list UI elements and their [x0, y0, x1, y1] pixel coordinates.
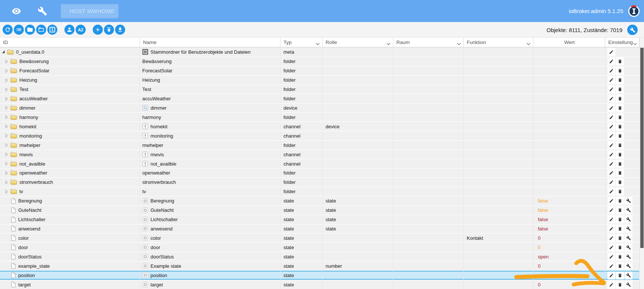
- edit-object-button[interactable]: [607, 178, 615, 186]
- state-value[interactable]: 0: [533, 245, 540, 250]
- custom-settings-button[interactable]: [625, 206, 632, 214]
- delete-object-button[interactable]: [616, 132, 624, 140]
- state-value[interactable]: false: [533, 217, 548, 222]
- column-header-actions[interactable]: Einstellung: [605, 38, 640, 47]
- tree-row[interactable]: TestTestfolder: [0, 85, 640, 94]
- edit-object-button[interactable]: [607, 85, 615, 93]
- custom-settings-button[interactable]: [625, 262, 632, 270]
- tree-row[interactable]: example_stateExample statestatenumber0: [0, 261, 640, 270]
- expand-arrow-icon[interactable]: [5, 143, 10, 147]
- expand-level-1-button[interactable]: 1: [47, 25, 57, 35]
- state-value[interactable]: 0: [533, 263, 540, 269]
- custom-settings-button[interactable]: [625, 253, 632, 261]
- edit-object-button[interactable]: [607, 95, 615, 103]
- delete-object-button[interactable]: [616, 244, 624, 251]
- state-value[interactable]: open: [533, 254, 549, 260]
- delete-object-button[interactable]: [616, 57, 624, 65]
- edit-object-button[interactable]: [607, 76, 615, 84]
- edit-object-button[interactable]: [607, 48, 615, 56]
- refresh-button[interactable]: [3, 25, 13, 35]
- delete-object-button[interactable]: [616, 178, 624, 186]
- edit-object-button[interactable]: [607, 225, 615, 233]
- delete-object-button[interactable]: [616, 160, 624, 168]
- edit-object-button[interactable]: [607, 123, 615, 131]
- delete-object-button[interactable]: [616, 123, 624, 131]
- tree-row[interactable]: dimmerdimmerdevice: [0, 103, 640, 113]
- edit-object-button[interactable]: [607, 216, 615, 223]
- tree-row[interactable]: colorcolorstateKontakt0: [0, 233, 640, 242]
- delete-object-button[interactable]: [616, 197, 624, 205]
- expand-arrow-icon[interactable]: [5, 161, 10, 166]
- tree-row[interactable]: 0_userdata.0Stammordner für Benutzerobje…: [0, 47, 640, 57]
- tree-row[interactable]: mwhelpermwhelperfolder: [0, 140, 640, 150]
- folder-open-button[interactable]: [36, 25, 46, 35]
- edit-object-button[interactable]: [607, 234, 615, 242]
- edit-object-button[interactable]: [607, 141, 615, 149]
- edit-object-button[interactable]: [607, 271, 615, 279]
- state-value[interactable]: 0: [533, 282, 540, 288]
- expand-arrow-icon[interactable]: [5, 69, 10, 73]
- delete-object-button[interactable]: [616, 85, 624, 93]
- delete-object-button[interactable]: [616, 216, 624, 223]
- expand-arrow-icon[interactable]: [5, 152, 10, 157]
- tree-row[interactable]: mwvismwvischannel: [0, 150, 640, 159]
- delete-object-button[interactable]: [616, 67, 624, 75]
- delete-object-button[interactable]: [616, 141, 624, 149]
- edit-object-button[interactable]: [607, 188, 615, 195]
- expand-arrow-icon[interactable]: [5, 59, 10, 64]
- expand-arrow-icon[interactable]: [5, 115, 10, 119]
- edit-object-button[interactable]: [607, 169, 615, 177]
- delete-object-button[interactable]: [616, 234, 624, 242]
- edit-object-button[interactable]: [607, 160, 615, 168]
- tree-row[interactable]: doordoorstate0: [0, 242, 640, 252]
- custom-settings-button[interactable]: [625, 234, 632, 242]
- custom-settings-button[interactable]: [625, 271, 632, 279]
- column-header-rolle[interactable]: Rolle: [323, 38, 393, 47]
- delete-object-button[interactable]: [616, 281, 624, 289]
- state-value[interactable]: false: [533, 207, 548, 213]
- download-button[interactable]: [115, 25, 125, 35]
- upload-button[interactable]: [104, 25, 114, 35]
- edit-object-button[interactable]: [607, 104, 615, 112]
- tree-row[interactable]: openweatheropenweatherfolder: [0, 168, 640, 178]
- edit-object-button[interactable]: [607, 113, 615, 121]
- delete-object-button[interactable]: [616, 151, 624, 158]
- host-mwhome-button[interactable]: HOST MWHOME: [61, 4, 118, 18]
- delete-object-button[interactable]: [616, 206, 624, 214]
- column-header-raum[interactable]: Raum: [393, 38, 464, 47]
- expand-arrow-icon[interactable]: [5, 97, 10, 101]
- tree-row[interactable]: targettargetstate0: [0, 280, 640, 289]
- delete-object-button[interactable]: [616, 104, 624, 112]
- collapse-arrow-icon[interactable]: [1, 50, 6, 54]
- list-button[interactable]: [14, 25, 24, 35]
- delete-object-button[interactable]: [616, 253, 624, 261]
- add-object-button[interactable]: [93, 25, 103, 35]
- tree-row[interactable]: doorStatusdoorStatusstateopen: [0, 252, 640, 261]
- delete-object-button[interactable]: [616, 169, 624, 177]
- tree-row[interactable]: BeregnungBeregnungstatestatefalse: [0, 196, 640, 205]
- tree-row[interactable]: LichtschalterLichtschalterstatestatefals…: [0, 215, 640, 224]
- edit-object-button[interactable]: [607, 132, 615, 140]
- expand-arrow-icon[interactable]: [5, 78, 10, 82]
- expand-arrow-icon[interactable]: [5, 133, 10, 138]
- delete-object-button[interactable]: [616, 76, 624, 84]
- expand-arrow-icon[interactable]: [5, 106, 10, 110]
- delete-object-button[interactable]: [616, 225, 624, 233]
- edit-object-button[interactable]: [607, 244, 615, 251]
- wrench-icon[interactable]: [38, 6, 47, 16]
- state-value[interactable]: 0: [533, 235, 540, 241]
- tree-row[interactable]: harmonyharmonyfolder: [0, 112, 640, 122]
- tree-row[interactable]: ForecastSolarForecastSolarfolder: [0, 66, 640, 75]
- edit-object-button[interactable]: [607, 197, 615, 205]
- state-value[interactable]: false: [533, 226, 548, 232]
- edit-object-button[interactable]: [607, 262, 615, 270]
- custom-settings-button[interactable]: [625, 281, 632, 289]
- edit-object-button[interactable]: [607, 57, 615, 65]
- visibility-icon[interactable]: [12, 6, 21, 16]
- custom-settings-button[interactable]: [625, 244, 632, 251]
- tree-row[interactable]: positionpositionstate: [0, 270, 640, 280]
- delete-object-button[interactable]: [616, 188, 624, 195]
- edit-object-button[interactable]: [607, 206, 615, 214]
- tree-row[interactable]: GuteNachtGuteNachtstatestatefalse: [0, 205, 640, 215]
- folder-closed-button[interactable]: [25, 25, 35, 35]
